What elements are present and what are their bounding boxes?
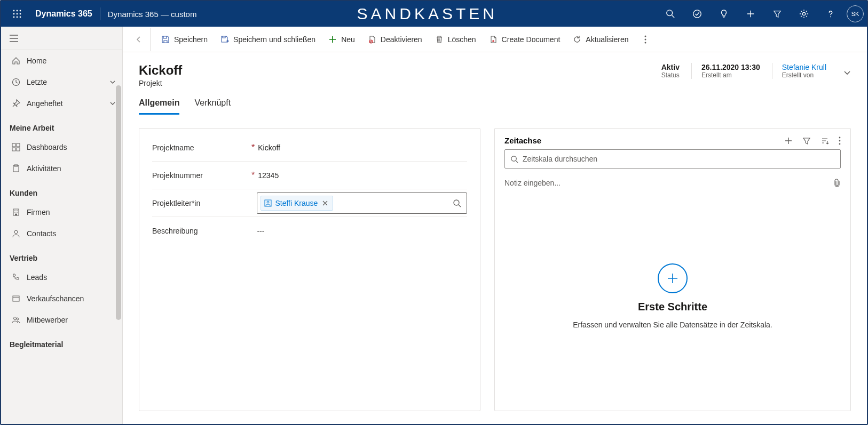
- help-button[interactable]: [818, 1, 843, 27]
- brand-label: Dynamics 365: [30, 9, 100, 19]
- svg-point-4: [17, 13, 18, 15]
- pin-icon: [10, 99, 22, 108]
- nav-opportunities[interactable]: Verkaufschancen: [1, 288, 122, 309]
- svg-point-35: [839, 143, 841, 145]
- clock-icon: [10, 78, 22, 86]
- projectname-value[interactable]: Kickoff: [258, 143, 467, 152]
- nav-leads-label: Leads: [22, 273, 116, 282]
- record-subtitle: Projekt: [139, 79, 182, 87]
- more-vertical-icon: [839, 137, 841, 145]
- arrow-left-icon: [135, 35, 143, 44]
- svg-point-31: [267, 201, 269, 203]
- tab-related[interactable]: Verknüpft: [194, 98, 231, 115]
- timeline-note-placeholder: Notiz eingeben...: [504, 179, 561, 187]
- user-avatar[interactable]: SK: [847, 5, 864, 22]
- app-launcher-button[interactable]: [4, 1, 30, 27]
- nav-recent-label: Letzte: [22, 78, 109, 86]
- filter-button[interactable]: [764, 1, 790, 27]
- header-expand[interactable]: [838, 66, 851, 76]
- environment-label: SANDKASTEN: [196, 5, 658, 23]
- nav-accounts[interactable]: Firmen: [1, 202, 122, 223]
- timeline-add[interactable]: [784, 137, 793, 145]
- cmd-save-close[interactable]: Speichern und schließen: [215, 30, 321, 49]
- cmd-delete[interactable]: Löschen: [430, 30, 482, 49]
- ideas-button[interactable]: [711, 1, 737, 27]
- deactivate-icon: [368, 35, 376, 44]
- search-icon: [510, 155, 518, 163]
- cmd-overflow[interactable]: [636, 35, 655, 44]
- projectlead-remove[interactable]: [321, 200, 329, 206]
- timeline-empty-add[interactable]: [658, 263, 688, 293]
- paperclip-icon: [833, 179, 841, 187]
- cmd-save[interactable]: Speichern: [156, 30, 213, 49]
- nav-leads[interactable]: Leads: [1, 267, 122, 288]
- svg-point-28: [645, 38, 646, 40]
- cmd-create-document[interactable]: Create Document: [484, 30, 566, 49]
- nav-pinned[interactable]: Angeheftet: [1, 93, 122, 114]
- svg-point-11: [693, 10, 701, 18]
- svg-point-6: [13, 17, 15, 18]
- creator-value[interactable]: Stefanie Krull: [782, 63, 826, 71]
- phone-icon: [10, 273, 22, 282]
- card-icon: [10, 294, 22, 303]
- clipboard-icon: [10, 164, 22, 173]
- settings-button[interactable]: [791, 1, 817, 27]
- svg-point-9: [667, 10, 673, 16]
- projectlead-lookup[interactable]: Steffi Krause: [257, 193, 467, 214]
- nav-opportunities-label: Verkaufschancen: [22, 294, 116, 303]
- cmd-save-close-label: Speichern und schließen: [233, 35, 315, 44]
- task-button[interactable]: [684, 1, 710, 27]
- description-value[interactable]: ---: [257, 227, 467, 235]
- search-icon: [666, 9, 675, 19]
- projectnumber-value[interactable]: 12345: [258, 171, 467, 180]
- svg-point-3: [13, 13, 15, 15]
- timeline-empty-text: Erfassen und verwalten Sie alle Datensät…: [573, 320, 772, 329]
- document-icon: [489, 35, 498, 44]
- nav-activities[interactable]: Aktivitäten: [1, 158, 122, 179]
- svg-rect-23: [13, 296, 19, 301]
- nav-dashboards[interactable]: Dashboards: [1, 137, 122, 158]
- search-button[interactable]: [658, 1, 683, 27]
- nav-activities-label: Aktivitäten: [22, 164, 116, 173]
- timeline-note-input[interactable]: Notiz eingeben...: [504, 172, 841, 194]
- nav-home[interactable]: Home: [1, 50, 122, 71]
- projectlead-search[interactable]: [451, 199, 463, 207]
- timeline-more[interactable]: [839, 137, 841, 145]
- nav-dashboards-label: Dashboards: [22, 143, 116, 151]
- timeline-attach[interactable]: [833, 179, 841, 187]
- timeline-title: Zeitachse: [504, 136, 784, 145]
- svg-line-10: [672, 15, 675, 18]
- tab-general[interactable]: Allgemein: [139, 98, 179, 115]
- lightbulb-icon: [719, 9, 729, 19]
- cmd-deactivate-label: Deaktivieren: [381, 35, 422, 44]
- svg-point-22: [14, 230, 18, 234]
- sidebar-toggle[interactable]: [1, 27, 122, 50]
- timeline-search-placeholder: Zeitskala durchsuchen: [523, 155, 597, 163]
- help-icon: [826, 9, 835, 19]
- cmd-create-document-label: Create Document: [502, 35, 561, 44]
- required-marker: *: [248, 171, 258, 180]
- timeline-search[interactable]: Zeitskala durchsuchen: [504, 149, 841, 169]
- gear-icon: [799, 9, 809, 19]
- timeline-sort[interactable]: [820, 137, 829, 145]
- new-button[interactable]: [738, 1, 763, 27]
- required-spacer: [248, 198, 257, 208]
- back-button[interactable]: [127, 28, 151, 51]
- cmd-new[interactable]: Neu: [323, 30, 360, 49]
- more-vertical-icon: [644, 35, 646, 44]
- timeline-filter[interactable]: [802, 137, 811, 145]
- sidebar-scrollbar[interactable]: [116, 85, 121, 320]
- created-label: Erstellt am: [701, 71, 760, 79]
- record-header: Kickoff Projekt Aktiv Status 26.11.2020 …: [123, 52, 867, 87]
- nav-competitors[interactable]: Mitbewerber: [1, 309, 122, 331]
- cmd-refresh[interactable]: Aktualisieren: [567, 30, 634, 49]
- cmd-deactivate[interactable]: Deaktivieren: [362, 30, 428, 49]
- timeline-empty-title: Erste Schritte: [638, 301, 707, 313]
- refresh-icon: [573, 35, 581, 44]
- nav-recent[interactable]: Letzte: [1, 71, 122, 93]
- nav-contacts[interactable]: Contacts: [1, 223, 122, 244]
- projectnumber-label: Projektnummer: [152, 171, 248, 180]
- record-title: Kickoff: [139, 63, 182, 78]
- projectlead-tag[interactable]: Steffi Krause: [261, 196, 333, 211]
- svg-rect-17: [12, 148, 15, 151]
